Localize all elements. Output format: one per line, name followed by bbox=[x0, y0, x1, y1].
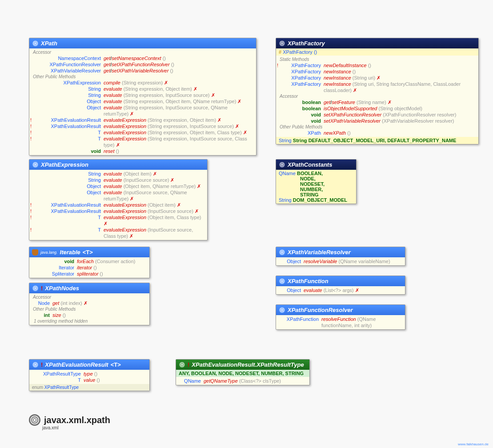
class-title: XPathEvaluationResult.XPathResultType bbox=[192, 361, 304, 368]
credit-link[interactable]: www.falkhausen.de bbox=[458, 442, 489, 446]
class-box-xpath: XPath Accessor NamespaceContextget/setNa… bbox=[29, 38, 257, 156]
enum-icon bbox=[179, 361, 185, 368]
interface-icon bbox=[32, 161, 39, 168]
header: XPathExpression bbox=[29, 160, 207, 170]
header: XPathFactory bbox=[276, 38, 478, 48]
method-row: Stringevaluate (Object item) ✗ bbox=[31, 171, 205, 177]
method-row: XPathFactorynewInstance () bbox=[278, 68, 477, 75]
class-box-funcresolver: XPathFunctionResolver XPathFunctionresol… bbox=[276, 304, 405, 330]
class-title: Iterable bbox=[60, 249, 80, 256]
constants: String DEFAULT_OBJECT_MODEL_URI, DEFAULT… bbox=[293, 138, 457, 143]
interface-icon bbox=[279, 278, 285, 284]
class-icon bbox=[279, 161, 285, 168]
header: !XPathEvaluationResult.XPathResultType bbox=[176, 360, 309, 370]
bang-marker: ! bbox=[41, 361, 43, 368]
method-row: XPathFactorynewInstance (String uri) ✗ bbox=[278, 75, 477, 81]
class-box-xpathexpression: XPathExpression Stringevaluate (Object i… bbox=[29, 159, 208, 240]
method-row: voidsetXPathVariableResolver (XPathVaria… bbox=[278, 118, 477, 124]
bang-marker: ! bbox=[41, 285, 43, 292]
module-name: java.xml bbox=[42, 425, 59, 430]
method-row: !XPathEvaluationResultevaluateExpression… bbox=[31, 208, 205, 214]
method-row: voidforEach (Consumer action) bbox=[31, 258, 148, 264]
method-row: XPathFunctionresolveFunction (QName func… bbox=[278, 316, 403, 328]
method-row: XPathnewXPath () bbox=[278, 130, 477, 136]
method-row: Spliteratorspliterator () bbox=[31, 271, 148, 277]
section-accessor: Accessor bbox=[31, 49, 254, 55]
class-box-iterable: java.lang.Iterable<T> voidforEach (Consu… bbox=[29, 247, 150, 278]
class-icon bbox=[279, 40, 285, 47]
interface-icon bbox=[32, 361, 39, 368]
method-row: Objectevaluate (String expression, Input… bbox=[31, 104, 254, 117]
method-row: Objectevaluate (List<?> args) ✗ bbox=[278, 287, 403, 293]
method-row: ! TevaluateExpression (InputSource sourc… bbox=[31, 227, 205, 239]
interface-icon bbox=[279, 249, 285, 256]
method-row: voidsetXPathFunctionResolver (XPathFunct… bbox=[278, 112, 477, 118]
section-other: Other Public Methods bbox=[278, 124, 477, 130]
class-title: XPathFunction bbox=[288, 278, 329, 284]
method-row: ! TevaluateExpression (String expression… bbox=[31, 129, 254, 136]
class-title: XPathConstants bbox=[288, 161, 332, 168]
class-box-evalresult: !XPathEvaluationResult<T> XPathResultTyp… bbox=[29, 359, 150, 391]
package-footer: javax.xml.xpath java.xml bbox=[29, 414, 110, 426]
protected-marker: # bbox=[279, 49, 281, 55]
header: XPath bbox=[29, 38, 256, 48]
method-row: XPathFunctionResolverget/setXPathFunctio… bbox=[31, 61, 254, 68]
class-box-varresolver: XPathVariableResolver ObjectresolveVaria… bbox=[276, 247, 405, 266]
header: java.lang.Iterable<T> bbox=[29, 247, 149, 257]
method-row: !XPathEvaluationResultevaluateExpression… bbox=[31, 117, 254, 123]
type-param: <T> bbox=[83, 249, 93, 256]
java-icon bbox=[32, 249, 38, 256]
hidden-note: 1 overriding method hidden bbox=[31, 318, 148, 324]
method-row: Nodeget (int index) ✗ bbox=[31, 300, 148, 306]
method-row: voidreset () bbox=[31, 148, 254, 154]
method-row: !XPathEvaluationResultevaluateExpression… bbox=[31, 202, 205, 208]
method-row: !XPathFactorynewDefaultInstance () bbox=[278, 62, 477, 68]
class-box-xpathnodes: !XPathNodes Accessor Nodeget (int index)… bbox=[29, 283, 150, 325]
constants-row: String String DEFAULT_OBJECT_MODEL_URI, … bbox=[276, 137, 478, 144]
header: XPathFunctionResolver bbox=[276, 305, 405, 315]
method-row: ! TevaluateExpression (String expression… bbox=[31, 136, 254, 148]
class-title: XPathVariableResolver bbox=[288, 249, 351, 256]
method-row: !XPathEvaluationResultevaluateExpression… bbox=[31, 123, 254, 129]
class-title: XPathEvaluationResult bbox=[45, 361, 108, 368]
header: XPathVariableResolver bbox=[276, 247, 405, 257]
package-icon bbox=[29, 414, 40, 426]
interface-icon bbox=[279, 307, 285, 313]
section-other: Other Public Methods bbox=[31, 74, 254, 80]
method-row: Iteratoriterator () bbox=[31, 264, 148, 271]
method-row: Objectevaluate (Object item, QName retur… bbox=[31, 183, 205, 189]
header: XPathConstants bbox=[276, 160, 356, 170]
class-box-xpathfactory: XPathFactory # XPathFactory () Static Me… bbox=[276, 38, 479, 144]
class-title: XPathFunctionResolver bbox=[288, 307, 353, 313]
method-row: XPathResultTypetype () bbox=[31, 371, 148, 377]
class-title: XPathExpression bbox=[41, 161, 88, 168]
method-row: XPathVariableResolverget/setXPathVariabl… bbox=[31, 68, 254, 74]
enum-values: ANY, BOOLEAN, NODE, NODESET, NUMBER, STR… bbox=[176, 370, 309, 377]
header: !XPathNodes bbox=[29, 283, 149, 293]
class-title: XPathFactory bbox=[288, 40, 325, 47]
class-box-resulttype: !XPathEvaluationResult.XPathResultType A… bbox=[176, 359, 310, 385]
method-row: Tvalue () bbox=[31, 377, 148, 383]
bang-marker: ! bbox=[188, 361, 189, 368]
method-row: QNamegetQNameType (Class<?> clsType) bbox=[178, 378, 308, 384]
section-accessor: Accessor bbox=[31, 294, 148, 300]
method-row: ! TevaluateExpression (Object item, Clas… bbox=[31, 214, 205, 227]
class-title: XPathNodes bbox=[45, 285, 79, 292]
interface-icon bbox=[32, 285, 39, 292]
class-box-xpathfunction: XPathFunction Objectevaluate (List<?> ar… bbox=[276, 276, 405, 295]
class-title: XPath bbox=[41, 40, 57, 47]
method-row: intsize () bbox=[31, 312, 148, 318]
nested-enum: enum enum XPathResultTypeXPathResultType bbox=[29, 384, 149, 391]
header: XPathFunction bbox=[276, 276, 405, 286]
method-row: XPathFactorynewInstance (String uri, Str… bbox=[278, 81, 477, 93]
package-prefix: java.lang. bbox=[40, 250, 58, 255]
type-param: <T> bbox=[111, 361, 121, 368]
method-row: booleanisObjectModelSupported (String ob… bbox=[278, 105, 477, 112]
class-box-xpathconstants: XPathConstants QName BOOLEAN,NODE,NODESE… bbox=[276, 159, 357, 204]
section-accessor: Accessor bbox=[278, 93, 477, 99]
method-row: ObjectresolveVariable (QName variableNam… bbox=[278, 258, 403, 264]
method-row: Stringevaluate (InputSource source) ✗ bbox=[31, 177, 205, 183]
section-static: Static Methods bbox=[278, 56, 477, 62]
method-row: XPathExpressioncompile (String expressio… bbox=[31, 80, 254, 86]
method-row: Stringevaluate (String expression, Input… bbox=[31, 92, 254, 98]
